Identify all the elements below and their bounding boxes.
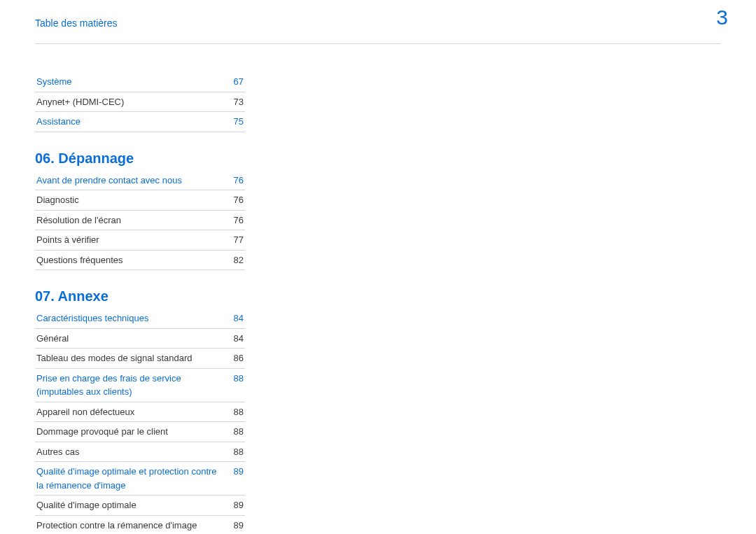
toc-entry-tableau-modes[interactable]: Tableau des modes de signal standard 86 (35, 349, 245, 369)
section-heading-annexe: 07. Annexe (35, 288, 245, 304)
toc-entry-label: Appareil non défectueux (36, 405, 223, 419)
toc-entry-page: 76 (227, 213, 244, 227)
toc-entry-label: Anynet+ (HDMI-CEC) (36, 95, 223, 109)
toc-entry-label: Protection contre la rémanence d'image (36, 519, 223, 533)
toc-entry-diagnostic[interactable]: Diagnostic 76 (35, 190, 245, 211)
toc-entry-page: 88 (227, 445, 244, 459)
toc-entry-label: Qualité d'image optimale et protection c… (36, 465, 223, 492)
toc-entry-page: 89 (227, 519, 244, 533)
toc-entry-page: 76 (227, 174, 244, 188)
toc-entry-autres-cas[interactable]: Autres cas 88 (35, 442, 245, 463)
toc-entry-page: 88 (227, 405, 244, 419)
content-area: Système 67 Anynet+ (HDMI-CEC) 73 Assista… (0, 44, 756, 534)
toc-entry-label: Diagnostic (36, 193, 223, 207)
toc-entry-label: Général (36, 332, 223, 346)
toc-entry-label: Assistance (36, 115, 223, 129)
toc-entry-general[interactable]: Général 84 (35, 329, 245, 349)
section-heading-depannage: 06. Dépannage (35, 150, 245, 167)
toc-entry-non-defectueux[interactable]: Appareil non défectueux 88 (35, 402, 245, 423)
toc-entry-caracteristiques[interactable]: Caractéristiques techniques 84 (35, 309, 245, 329)
toc-entry-qualite-optimale[interactable]: Qualité d'image optimale 89 (35, 496, 245, 516)
toc-entry-resolution[interactable]: Résolution de l'écran 76 (35, 211, 245, 231)
toc-entry-label: Prise en charge des frais de service (im… (36, 372, 223, 399)
toc-entry-page: 88 (227, 372, 244, 386)
toc-entry-anynet[interactable]: Anynet+ (HDMI-CEC) 73 (35, 92, 245, 113)
toc-entry-page: 75 (227, 115, 244, 129)
toc-entry-label: Résolution de l'écran (36, 213, 223, 227)
toc-entry-page: 89 (227, 498, 244, 512)
toc-entry-label: Qualité d'image optimale (36, 498, 223, 512)
toc-entry-page: 76 (227, 193, 244, 207)
toc-entry-label: Autres cas (36, 445, 223, 459)
toc-entry-qualite-protection[interactable]: Qualité d'image optimale et protection c… (35, 462, 245, 496)
toc-entry-page: 77 (227, 233, 244, 247)
toc-entry-page: 84 (227, 332, 244, 346)
toc-entry-page: 73 (227, 95, 244, 109)
toc-entry-page: 82 (227, 253, 244, 267)
toc-entry-page: 89 (227, 465, 244, 479)
toc-entry-label: Système (36, 75, 223, 89)
toc-entry-systeme[interactable]: Système 67 (35, 72, 245, 92)
toc-entry-dommage-client[interactable]: Dommage provoqué par le client 88 (35, 422, 245, 442)
toc-entry-label: Tableau des modes de signal standard (36, 351, 223, 365)
toc-entry-label: Dommage provoqué par le client (36, 425, 223, 439)
toc-entry-frais-service[interactable]: Prise en charge des frais de service (im… (35, 369, 245, 402)
toc-entry-points-verifier[interactable]: Points à vérifier 77 (35, 230, 245, 251)
toc-entry-page: 84 (227, 311, 244, 325)
page-number: 3 (716, 6, 728, 29)
toc-entry-page: 88 (227, 425, 244, 439)
toc-column: Système 67 Anynet+ (HDMI-CEC) 73 Assista… (35, 72, 245, 534)
toc-entry-protection-remanence[interactable]: Protection contre la rémanence d'image 8… (35, 516, 245, 535)
toc-entry-label: Questions fréquentes (36, 253, 223, 267)
header-title: Table des matières (35, 17, 118, 29)
toc-entry-avant-contact[interactable]: Avant de prendre contact avec nous 76 (35, 171, 245, 191)
toc-entry-label: Points à vérifier (36, 233, 223, 247)
page-header: Table des matières 3 (0, 0, 756, 36)
toc-entry-questions[interactable]: Questions fréquentes 82 (35, 251, 245, 271)
toc-entry-label: Caractéristiques techniques (36, 311, 223, 325)
toc-entry-assistance[interactable]: Assistance 75 (35, 112, 245, 132)
toc-entry-page: 86 (227, 351, 244, 365)
toc-entry-label: Avant de prendre contact avec nous (36, 174, 223, 188)
toc-entry-page: 67 (227, 75, 244, 89)
